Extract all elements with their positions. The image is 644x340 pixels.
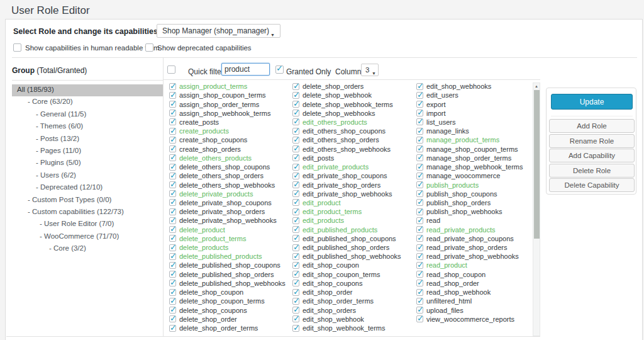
capability-checkbox[interactable]: [416, 280, 423, 286]
capability-checkbox[interactable]: [169, 235, 176, 242]
show-deprecated-checkbox[interactable]: [145, 43, 153, 52]
capability-checkbox[interactable]: [169, 325, 176, 332]
human-readable-checkbox[interactable]: [13, 43, 21, 52]
capability-checkbox[interactable]: [169, 271, 176, 278]
capability-checkbox[interactable]: [169, 92, 176, 99]
group-tree-item[interactable]: - Users (6/2): [12, 170, 163, 182]
capability-checkbox[interactable]: [416, 262, 423, 269]
select-all-checkbox[interactable]: [167, 65, 175, 74]
capability-checkbox[interactable]: [292, 307, 299, 314]
capability-checkbox[interactable]: [169, 262, 176, 269]
capability-checkbox[interactable]: [292, 145, 299, 152]
group-tree-item[interactable]: All (185/93): [12, 84, 163, 96]
capability-checkbox[interactable]: [169, 217, 176, 224]
capability-checkbox[interactable]: [169, 118, 176, 125]
capability-checkbox[interactable]: [292, 325, 299, 332]
capability-checkbox[interactable]: [416, 92, 423, 99]
capability-checkbox[interactable]: [169, 145, 176, 152]
capability-checkbox[interactable]: [292, 173, 299, 179]
capability-checkbox[interactable]: [292, 262, 299, 269]
role-select[interactable]: Shop Manager (shop_manager) ▼: [157, 24, 280, 38]
capability-checkbox[interactable]: [169, 190, 176, 197]
capability-checkbox[interactable]: [416, 137, 423, 144]
update-button[interactable]: Update: [551, 94, 633, 110]
capability-checkbox[interactable]: [292, 154, 299, 161]
capability-checkbox[interactable]: [292, 118, 299, 125]
capability-checkbox[interactable]: [292, 199, 299, 206]
delete-capability-button[interactable]: Delete Capability: [549, 178, 635, 192]
group-tree-item[interactable]: - User Role Editor (7/0): [12, 218, 163, 230]
group-tree-item[interactable]: - Custom capabilities (122/73): [12, 207, 163, 218]
group-tree-item[interactable]: - Core (3/2): [12, 243, 163, 255]
capability-checkbox[interactable]: [416, 118, 423, 125]
capability-checkbox[interactable]: [292, 128, 299, 135]
capability-checkbox[interactable]: [416, 128, 423, 135]
capability-checkbox[interactable]: [169, 307, 176, 314]
columns-select[interactable]: 3 ▼: [361, 64, 379, 76]
capability-checkbox[interactable]: [292, 217, 299, 224]
capability-checkbox[interactable]: [169, 128, 176, 135]
capability-checkbox[interactable]: [169, 280, 176, 286]
capability-checkbox[interactable]: [416, 298, 423, 305]
group-tree-item[interactable]: - Themes (6/0): [12, 121, 163, 133]
capability-checkbox[interactable]: [416, 83, 423, 90]
add-role-button[interactable]: Add Role: [549, 119, 635, 133]
capability-checkbox[interactable]: [292, 226, 299, 233]
group-tree-item[interactable]: - General (11/5): [12, 109, 163, 121]
group-tree-item[interactable]: - Deprecated (12/10): [12, 182, 163, 194]
capability-checkbox[interactable]: [416, 101, 423, 108]
capability-checkbox[interactable]: [292, 235, 299, 242]
capability-checkbox[interactable]: [292, 190, 299, 197]
capability-checkbox[interactable]: [292, 101, 299, 108]
capability-checkbox[interactable]: [169, 173, 176, 179]
capability-checkbox[interactable]: [169, 164, 176, 171]
capability-checkbox[interactable]: [416, 190, 423, 197]
group-tree-item[interactable]: - Posts (13/2): [12, 133, 163, 145]
capability-checkbox[interactable]: [169, 244, 176, 251]
group-tree-item[interactable]: - WooCommerce (71/70): [12, 231, 163, 243]
capability-checkbox[interactable]: [416, 173, 423, 179]
capability-checkbox[interactable]: [292, 181, 299, 188]
group-tree-item[interactable]: - Plugins (5/0): [12, 157, 163, 169]
capability-checkbox[interactable]: [292, 298, 299, 305]
capability-checkbox[interactable]: [416, 226, 423, 233]
capability-checkbox[interactable]: [169, 154, 176, 161]
group-tree-item[interactable]: - Core (63/20): [12, 96, 163, 108]
capability-checkbox[interactable]: [416, 289, 423, 296]
capability-checkbox[interactable]: [169, 101, 176, 108]
capability-checkbox[interactable]: [416, 244, 423, 251]
capability-checkbox[interactable]: [292, 289, 299, 296]
capability-checkbox[interactable]: [416, 154, 423, 161]
capability-checkbox[interactable]: [292, 253, 299, 260]
rename-role-button[interactable]: Rename Role: [549, 134, 635, 148]
capability-checkbox[interactable]: [416, 307, 423, 314]
capability-checkbox[interactable]: [169, 298, 176, 305]
capability-checkbox[interactable]: [292, 137, 299, 144]
capability-checkbox[interactable]: [416, 145, 423, 152]
capability-checkbox[interactable]: [169, 253, 176, 260]
capability-checkbox[interactable]: [416, 253, 423, 260]
capability-checkbox[interactable]: [292, 244, 299, 251]
capability-checkbox[interactable]: [416, 217, 423, 224]
capability-checkbox[interactable]: [169, 137, 176, 144]
granted-only-checkbox[interactable]: [275, 65, 284, 74]
capability-checkbox[interactable]: [169, 289, 176, 296]
capability-checkbox[interactable]: [416, 271, 423, 278]
group-tree-item[interactable]: - Custom Post Types (0/0): [12, 195, 163, 207]
capability-checkbox[interactable]: [292, 271, 299, 278]
capability-checkbox[interactable]: [416, 110, 423, 116]
capability-checkbox[interactable]: [292, 208, 299, 215]
scroll-up-icon[interactable]: ▲: [533, 84, 540, 89]
quick-filter-input[interactable]: [221, 63, 270, 76]
delete-role-button[interactable]: Delete Role: [549, 164, 635, 178]
capability-checkbox[interactable]: [416, 208, 423, 215]
scrollbar-thumb[interactable]: [534, 90, 540, 239]
capability-checkbox[interactable]: [416, 181, 423, 188]
capability-checkbox[interactable]: [169, 83, 176, 90]
capability-checkbox[interactable]: [416, 315, 423, 322]
add-capability-button[interactable]: Add Capability: [549, 149, 635, 162]
capability-checkbox[interactable]: [416, 199, 423, 206]
capability-checkbox[interactable]: [416, 164, 423, 171]
capability-checkbox[interactable]: [292, 83, 299, 90]
capability-checkbox[interactable]: [169, 226, 176, 233]
